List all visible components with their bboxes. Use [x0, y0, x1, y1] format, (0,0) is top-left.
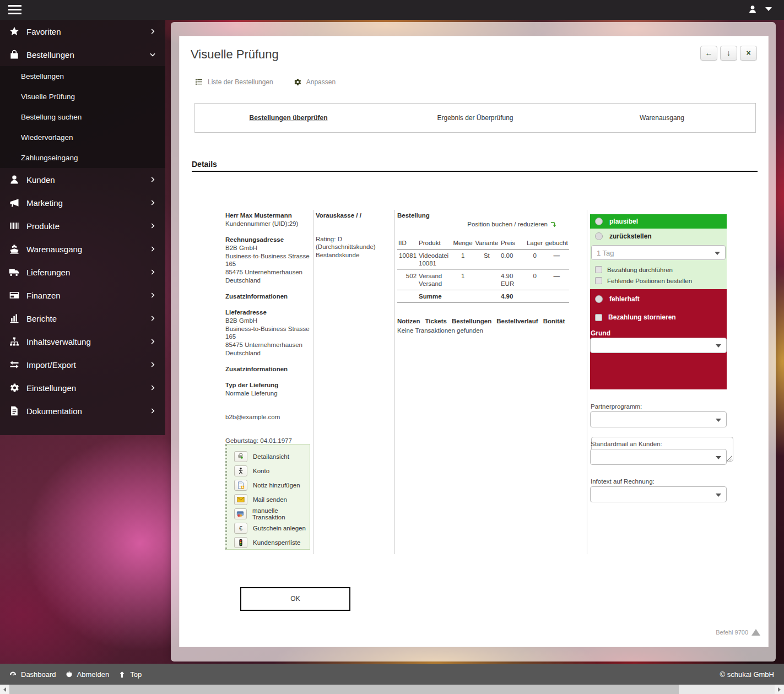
column-divider	[394, 210, 395, 554]
star-icon	[9, 26, 20, 37]
traffic-light-icon	[234, 537, 247, 548]
billing-heading: Rechnungsadresse	[225, 236, 284, 243]
sidebar-item-einstellungen[interactable]: Einstellungen	[0, 376, 165, 399]
scroll-left-arrow[interactable]	[0, 685, 9, 694]
sidebar-item-kunden[interactable]: Kunden	[0, 168, 165, 191]
column-divider	[313, 210, 313, 554]
user-menu[interactable]	[748, 4, 772, 16]
action-gutschein-anlegen[interactable]: € Gutschein anlegen	[227, 521, 310, 535]
sitemap-icon	[9, 336, 20, 347]
radio-plausibel[interactable]	[595, 218, 603, 225]
link-bestellungen[interactable]: Bestellungen	[452, 317, 491, 325]
tab-ergebnis[interactable]: Ergebnis der Überprüfung	[382, 104, 569, 132]
scroll-right-arrow[interactable]	[775, 685, 784, 694]
standardmail-select[interactable]	[590, 449, 727, 465]
sidebar-subitem-bestellungen[interactable]: Bestellungen	[0, 66, 165, 86]
order-list-button[interactable]: Liste der Bestellungen	[194, 77, 273, 87]
back-button[interactable]: ←	[700, 46, 717, 61]
command-toggle[interactable]: Befehl 9700	[716, 629, 760, 636]
radio-fehlerhaft[interactable]	[595, 295, 603, 303]
bar-chart-icon	[9, 313, 20, 324]
tab-bestellungen-ueberpruefen[interactable]: Bestellungen überprüfen	[195, 104, 382, 132]
sidebar-item-import-export[interactable]: Import/Export	[0, 353, 165, 376]
customize-button[interactable]: Anpassen	[293, 77, 336, 87]
down-button[interactable]: ↓	[720, 46, 737, 61]
chevron-right-icon	[149, 338, 156, 345]
sidebar-item-warenausgang[interactable]: Warenausgang	[0, 237, 165, 261]
checkbox-row-stornieren[interactable]: Bezahlung stornieren	[590, 313, 676, 321]
action-kundensperrliste[interactable]: Kundensperrliste	[227, 535, 310, 550]
sidebar-subitem-wiedervorlagen[interactable]: Wiedervorlagen	[0, 127, 165, 148]
tab-warenausgang[interactable]: Warenausgang	[569, 104, 755, 132]
action-manuelle-transaktion[interactable]: manuelle Transaktion	[227, 507, 310, 521]
activity-links: Notizen Tickets Bestellungen Bestellverl…	[397, 317, 572, 325]
action-konto[interactable]: Konto	[227, 464, 310, 478]
sidebar-item-favoriten[interactable]: Favoriten	[0, 20, 165, 43]
sidebar-subitem-bestellung-suchen[interactable]: Bestellung suchen	[0, 107, 165, 127]
horizontal-scrollbar[interactable]	[0, 685, 784, 694]
infotext-select[interactable]	[590, 486, 727, 502]
action-notiz-hinzufuegen[interactable]: Notiz hinzufügen	[227, 478, 310, 492]
checkbox-row-fehlende[interactable]: Fehlende Positionen bestellen	[590, 277, 692, 284]
radio-zurueckstellen[interactable]	[595, 232, 603, 240]
gear-icon	[9, 382, 20, 393]
action-detailansicht[interactable]: Detailansicht	[227, 449, 310, 464]
customer-name: Herr Max Mustermann	[225, 212, 292, 219]
sidebar-item-dokumentation[interactable]: Dokumentation	[0, 399, 165, 422]
link-tickets[interactable]: Tickets	[425, 317, 447, 325]
list-icon	[194, 78, 203, 86]
chevron-right-icon	[149, 222, 156, 230]
chevron-right-icon	[149, 315, 156, 322]
column-divider	[587, 210, 587, 554]
sidebar-item-produkte[interactable]: Produkte	[0, 214, 165, 237]
customer-rating: Rating: D (Durchschnittskunde)	[316, 235, 393, 251]
order-heading: Bestellung	[397, 212, 430, 219]
book-position-link[interactable]: Position buchen / reduzieren	[467, 220, 557, 228]
payment-column: Vorauskasse / / Rating: D (Durchschnitts…	[316, 212, 393, 259]
zurueckstellen-section: zurückstellen 1 Tag Bezahlung durchführe…	[590, 229, 727, 289]
grund-select[interactable]	[590, 338, 727, 353]
option-plausibel[interactable]: plausibel	[590, 214, 727, 229]
option-fehlerhaft[interactable]: fehlerhaft	[590, 289, 727, 303]
ok-button[interactable]: OK	[240, 587, 350, 611]
sidebar-item-finanzen[interactable]: Finanzen	[0, 284, 165, 307]
scrollbar-thumb[interactable]	[9, 685, 679, 694]
truck-icon	[9, 267, 20, 278]
close-button[interactable]: ×	[740, 46, 757, 61]
sidebar-item-marketing[interactable]: Marketing	[0, 191, 165, 214]
payment-method: Vorauskasse / /	[316, 212, 361, 219]
checkbox-row-bezahlung[interactable]: Bezahlung durchführen	[590, 266, 673, 273]
partner-select[interactable]	[590, 411, 727, 427]
chevron-down-icon	[765, 7, 772, 11]
footer-dashboard-link[interactable]: Dashboard	[9, 670, 56, 679]
option-zurueckstellen[interactable]: zurückstellen	[590, 229, 727, 240]
chevron-right-icon	[149, 268, 156, 276]
checkbox-bezahlung-stornieren[interactable]	[595, 314, 602, 321]
action-mail-senden[interactable]: Mail senden	[227, 492, 310, 507]
sidebar-item-berichte[interactable]: Berichte	[0, 307, 165, 330]
order-table: IID Produkt Menge Variante Preis Lager g…	[397, 238, 569, 303]
link-notizen[interactable]: Notizen	[397, 317, 420, 325]
link-bonitaet[interactable]: Bonität	[543, 317, 565, 325]
mail-icon	[234, 494, 247, 505]
infotext-label: Infotext auf Rechnung:	[591, 478, 655, 485]
credit-card-icon	[9, 290, 20, 301]
checkbox-fehlende-positionen[interactable]	[595, 277, 602, 284]
checkbox-bezahlung-durchfuehren[interactable]	[595, 266, 602, 273]
hamburger-menu-icon[interactable]	[8, 5, 21, 15]
link-bestellverlauf[interactable]: Bestellverlauf	[496, 317, 538, 325]
details-heading: Details	[192, 160, 217, 169]
sidebar-item-lieferungen[interactable]: Lieferungen	[0, 261, 165, 284]
order-row: 10081 Videodatei10081 1 St 0.00 0 —	[397, 250, 569, 270]
footer-top-link[interactable]: Top	[118, 670, 142, 679]
ship-icon	[9, 243, 20, 254]
delay-select[interactable]: 1 Tag	[591, 245, 726, 260]
sidebar-subitem-visuelle-pruefung[interactable]: Visuelle Prüfung	[0, 86, 165, 107]
chevron-down-icon	[716, 419, 721, 422]
sidebar-subitem-zahlungseingang[interactable]: Zahlungseingang	[0, 148, 165, 168]
chevron-right-icon	[149, 176, 156, 183]
sidebar-item-inhaltsverwaltung[interactable]: Inhaltsverwaltung	[0, 330, 165, 353]
footer-logout-link[interactable]: Abmelden	[65, 670, 110, 679]
page: Favoriten Bestellungen Bestellungen Visu…	[0, 0, 784, 694]
sidebar-item-bestellungen[interactable]: Bestellungen	[0, 43, 165, 66]
